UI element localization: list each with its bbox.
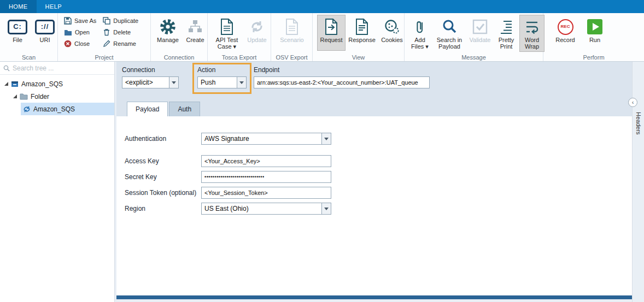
add-files-button[interactable]: Add Files ▾	[408, 15, 432, 52]
authentication-dropdown[interactable]: AWS Signature	[201, 133, 331, 145]
indent-lines-icon	[499, 17, 514, 37]
group-label-osv-export: OSV Export	[271, 54, 312, 61]
request-button[interactable]: Request	[317, 15, 346, 51]
connection-label: Connection	[122, 66, 179, 74]
connection-value: <explicit>	[122, 77, 169, 88]
uri-label: URI	[40, 37, 50, 43]
run-button[interactable]: Run	[583, 15, 607, 51]
file-label: File	[13, 37, 22, 43]
ribbon-group-connection: Manage Create Connection	[151, 13, 208, 61]
ribbon-group-project: Save As Open Close Duplicate D	[58, 13, 151, 61]
create-button[interactable]: Create	[183, 15, 208, 51]
api-test-case-button[interactable]: API Test Case ▾	[212, 15, 242, 52]
editor-topband: Connection <explicit> Action Push Endpoi…	[116, 62, 632, 116]
tree-node-root[interactable]: Amazon_SQS	[0, 78, 114, 90]
collapse-chevron-icon[interactable]: ‹	[628, 98, 637, 107]
tree-search	[0, 62, 114, 75]
duplicate-button[interactable]: Duplicate	[101, 16, 140, 26]
region-row: Region US East (Ohio)	[125, 203, 632, 215]
endpoint-input[interactable]	[254, 76, 430, 88]
ribbon-group-osv-export: Scenario OSV Export	[271, 13, 313, 61]
floppy-icon	[64, 17, 72, 25]
tree-node-leaf-label: Amazon_SQS	[33, 105, 75, 113]
authentication-row: Authentication AWS Signature	[125, 133, 632, 145]
tree-node-root-label: Amazon_SQS	[21, 80, 63, 88]
expander-icon[interactable]	[4, 82, 8, 86]
bottom-status-strip	[116, 295, 632, 299]
tab-payload[interactable]: Payload	[127, 102, 168, 116]
manage-button[interactable]: Manage	[155, 15, 180, 51]
chevron-down-icon[interactable]	[169, 77, 178, 88]
group-label-connection: Connection	[151, 54, 207, 61]
chevron-down-icon[interactable]	[237, 77, 246, 88]
save-as-button[interactable]: Save As	[62, 16, 98, 26]
rename-button[interactable]: Rename	[101, 39, 140, 49]
editor-panel: Connection <explicit> Action Push Endpoi…	[116, 62, 632, 299]
action-dropdown[interactable]: Push	[197, 76, 247, 88]
ribbon-group-scan: C: File :// URI Scan	[0, 13, 58, 61]
update-button: Update	[244, 15, 270, 51]
word-wrap-label: Word Wrap	[521, 37, 543, 50]
open-button[interactable]: Open	[62, 27, 98, 37]
tree-node-folder-label: Folder	[31, 93, 49, 100]
close-label: Close	[74, 40, 90, 47]
tree-node-folder[interactable]: Folder	[0, 90, 114, 103]
access-key-input[interactable]	[201, 155, 331, 167]
expander-icon[interactable]	[13, 94, 17, 98]
chevron-down-icon[interactable]	[321, 203, 331, 214]
folder-icon	[20, 93, 28, 100]
create-label: Create	[186, 37, 204, 43]
paperclip-icon	[415, 17, 425, 37]
authentication-label: Authentication	[125, 135, 201, 143]
update-label: Update	[247, 37, 266, 43]
search-in-payload-button[interactable]: Search in Payload	[433, 15, 466, 52]
record-button[interactable]: REC Record	[552, 15, 578, 51]
group-label-message: Message	[405, 54, 543, 61]
open-label: Open	[75, 29, 90, 35]
tab-auth[interactable]: Auth	[169, 102, 200, 116]
validate-button: Validate	[467, 15, 493, 51]
request-document-icon	[325, 17, 338, 37]
headers-side-panel: ‹ Headers	[632, 62, 644, 302]
tree-search-input[interactable]	[13, 64, 111, 72]
response-button[interactable]: Response	[347, 15, 377, 51]
tab-help[interactable]: HELP	[37, 0, 71, 13]
file-scan-icon: C:	[8, 17, 27, 37]
pencil-icon	[103, 40, 110, 48]
headers-tab[interactable]: Headers	[635, 112, 642, 135]
titlebar: HOME HELP	[0, 0, 644, 13]
auth-form: Authentication AWS Signature Access Key …	[116, 116, 632, 295]
tab-home[interactable]: HOME	[0, 0, 37, 13]
session-token-row: Session Token (optional)	[125, 187, 632, 199]
connection-dropdown[interactable]: <explicit>	[122, 76, 179, 88]
check-box-icon	[472, 17, 488, 37]
session-token-input[interactable]	[201, 187, 331, 199]
uri-button[interactable]: :// URI	[33, 15, 57, 51]
group-label-perform: Perform	[543, 54, 644, 61]
validate-label: Validate	[470, 37, 491, 43]
secret-key-input[interactable]	[201, 171, 331, 183]
region-value: US East (Ohio)	[202, 203, 321, 214]
secret-key-label: Secret Key	[125, 173, 201, 181]
add-files-label: Add Files ▾	[409, 37, 430, 50]
close-button[interactable]: Close	[62, 39, 98, 49]
access-key-label: Access Key	[125, 157, 201, 165]
tree-node-leaf-selected[interactable]: Amazon_SQS	[21, 103, 114, 115]
search-in-payload-label: Search in Payload	[435, 37, 464, 50]
endpoint-label: Endpoint	[254, 66, 430, 74]
pretty-print-button[interactable]: Pretty Print	[494, 15, 518, 52]
group-label-view: View	[313, 54, 404, 61]
action-field: Action Push	[197, 66, 247, 88]
folder-open-icon	[64, 29, 72, 36]
delete-button[interactable]: Delete	[101, 27, 140, 37]
request-label: Request	[320, 37, 343, 43]
cookie-icon	[384, 17, 400, 37]
authentication-value: AWS Signature	[202, 133, 321, 144]
region-dropdown[interactable]: US East (Ohio)	[201, 203, 331, 215]
trash-icon	[103, 28, 110, 36]
cookies-button[interactable]: Cookies	[378, 15, 406, 51]
run-label: Run	[589, 37, 600, 43]
chevron-down-icon[interactable]	[321, 133, 331, 144]
file-button[interactable]: C: File	[5, 15, 30, 51]
word-wrap-button[interactable]: Word Wrap	[519, 15, 545, 52]
